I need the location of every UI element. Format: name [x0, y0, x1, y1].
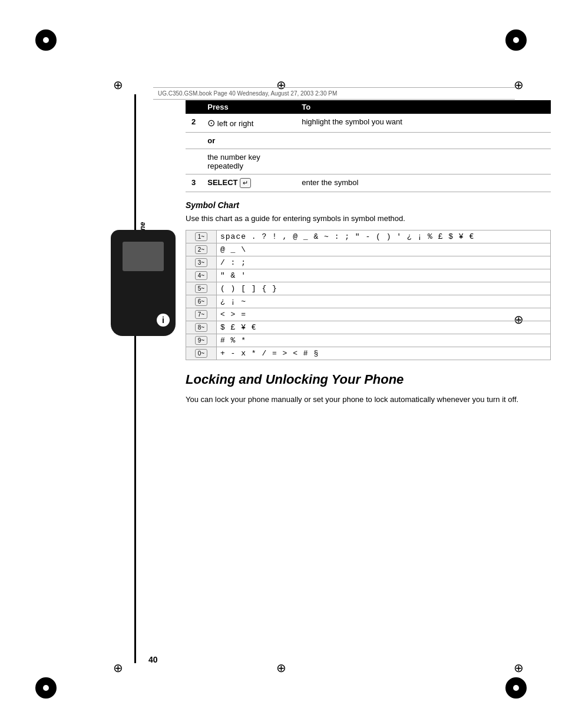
list-item: 8~ $ £ ¥ € — [186, 321, 551, 334]
symbol-values-3: / : ; — [217, 256, 551, 269]
main-content: Press To 2 ⊙ left or right highlight the… — [186, 100, 551, 417]
crosshair-bot-right — [511, 661, 525, 675]
row-to-2: highlight the symbol you want — [296, 114, 551, 133]
symbol-chart-desc: Use this chart as a guide for entering s… — [186, 213, 551, 224]
symbol-values-6: ¿ ¡ ~ — [217, 295, 551, 308]
col-header-num — [186, 100, 201, 114]
symbol-key-1: 1~ — [186, 230, 217, 243]
col-header-press: Press — [201, 100, 296, 114]
registration-mark-bot-right — [505, 677, 527, 699]
row-num-3: 3 — [186, 174, 201, 192]
row-press-numkey: the number keyrepeatedly — [201, 149, 296, 174]
col-header-to: To — [296, 100, 551, 114]
registration-mark-bot-left — [35, 677, 57, 699]
crosshair-bot-left — [111, 661, 125, 675]
phone-image: i — [111, 230, 176, 336]
crosshair-bot-center — [274, 661, 288, 675]
table-row-number-key: the number keyrepeatedly — [186, 149, 551, 174]
row-num-2: 2 — [186, 114, 201, 133]
symbol-key-9: 9~ — [186, 334, 217, 347]
symbol-key-2: 2~ — [186, 243, 217, 256]
symbol-chart-table: 1~ space . ? ! , @ _ & ~ : ; " - ( ) ' ¿… — [186, 230, 551, 360]
registration-mark-top-left — [35, 29, 57, 51]
list-item: 3~ / : ; — [186, 256, 551, 269]
list-item: 0~ + - x * / = > < # § — [186, 347, 551, 360]
page-number: 40 — [148, 655, 158, 664]
locking-title: Locking and Unlocking Your Phone — [186, 372, 551, 387]
instruction-table: Press To 2 ⊙ left or right highlight the… — [186, 100, 551, 192]
symbol-values-4: " & ' — [217, 269, 551, 282]
spine-bar — [134, 94, 136, 663]
symbol-values-0: + - x * / = > < # § — [217, 347, 551, 360]
table-row: 2 ⊙ left or right highlight the symbol y… — [186, 114, 551, 133]
symbol-values-5: ( ) [ ] { } — [217, 282, 551, 295]
symbol-values-8: $ £ ¥ € — [217, 321, 551, 334]
locking-desc: You can lock your phone manually or set … — [186, 394, 551, 406]
list-item: 2~ @ _ \ — [186, 243, 551, 256]
crosshair-top-left — [111, 78, 125, 92]
registration-mark-top-right — [505, 29, 527, 51]
row-press-2: ⊙ left or right — [201, 114, 296, 133]
list-item: 1~ space . ? ! , @ _ & ~ : ; " - ( ) ' ¿… — [186, 230, 551, 243]
table-row-3: 3 SELECT ↵ enter the symbol — [186, 174, 551, 192]
list-item: 7~ < > = — [186, 308, 551, 321]
symbol-values-2: @ _ \ — [217, 243, 551, 256]
symbol-key-6: 6~ — [186, 295, 217, 308]
list-item: 9~ # % * — [186, 334, 551, 347]
row-press-select: SELECT ↵ — [201, 174, 296, 192]
symbol-chart-title: Symbol Chart — [186, 200, 551, 210]
symbol-values-1: space . ? ! , @ _ & ~ : ; " - ( ) ' ¿ ¡ … — [217, 230, 551, 243]
info-icon: i — [157, 314, 170, 327]
symbol-key-7: 7~ — [186, 308, 217, 321]
table-row-or: or — [186, 133, 551, 149]
list-item: 6~ ¿ ¡ ~ — [186, 295, 551, 308]
list-item: 4~ " & ' — [186, 269, 551, 282]
symbol-key-0: 0~ — [186, 347, 217, 360]
or-label: or — [201, 133, 551, 149]
symbol-key-4: 4~ — [186, 269, 217, 282]
symbol-key-5: 5~ — [186, 282, 217, 295]
symbol-key-3: 3~ — [186, 256, 217, 269]
page-wrapper: UG.C350.GSM.book Page 40 Wednesday, Augu… — [0, 0, 562, 728]
list-item: 5~ ( ) [ ] { } — [186, 282, 551, 295]
row-to-select: enter the symbol — [296, 174, 551, 192]
symbol-values-7: < > = — [217, 308, 551, 321]
symbol-key-8: 8~ — [186, 321, 217, 334]
header-text: UG.C350.GSM.book Page 40 Wednesday, Augu… — [153, 87, 515, 100]
phone-screen — [123, 242, 164, 271]
symbol-values-9: # % * — [217, 334, 551, 347]
